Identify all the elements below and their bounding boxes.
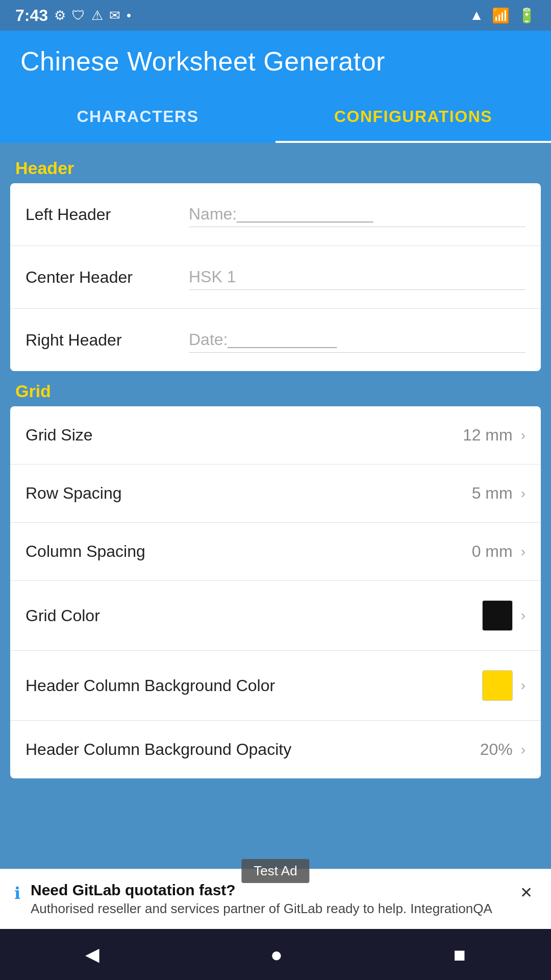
header-bg-opacity-right: 20% › — [480, 740, 525, 759]
header-bg-color-swatch — [482, 670, 513, 701]
shield-icon: 🛡 — [72, 8, 85, 23]
grid-size-row[interactable]: Grid Size 12 mm › — [10, 406, 541, 464]
home-button[interactable]: ● — [250, 938, 303, 971]
row-spacing-chevron: › — [521, 485, 525, 502]
left-header-input[interactable] — [189, 202, 525, 227]
back-button[interactable]: ◀ — [65, 939, 120, 970]
ad-banner: Test Ad ℹ Need GitLab quotation fast? Au… — [0, 869, 551, 929]
center-header-row: Center Header — [10, 246, 541, 309]
app-header: Chinese Worksheet Generator — [0, 31, 551, 92]
grid-card: Grid Size 12 mm › Row Spacing 5 mm › Col… — [10, 406, 541, 778]
header-section-label: Header — [10, 158, 541, 183]
column-spacing-value: 0 mm — [472, 542, 513, 561]
row-spacing-value: 5 mm — [472, 484, 513, 503]
info-icon: ℹ — [14, 884, 20, 903]
status-bar: 7:43 ⚙ 🛡 ⚠ ✉ • ▲ 📶 🔋 — [0, 0, 551, 31]
header-section: Header Left Header Center Header Right H… — [10, 158, 541, 371]
ad-badge: Test Ad — [241, 859, 309, 883]
row-spacing-right: 5 mm › — [472, 484, 525, 503]
column-spacing-chevron: › — [521, 544, 525, 560]
tab-characters[interactable]: CHARACTERS — [0, 92, 276, 143]
wifi-icon: ▲ — [469, 7, 484, 23]
signal-icon: 📶 — [492, 7, 510, 24]
battery-icon: 🔋 — [518, 7, 536, 24]
mail-icon: ✉ — [109, 8, 120, 23]
column-spacing-right: 0 mm › — [472, 542, 525, 561]
grid-color-swatch — [482, 600, 513, 631]
warning-icon: ⚠ — [91, 8, 103, 23]
grid-color-row[interactable]: Grid Color › — [10, 581, 541, 651]
grid-color-chevron: › — [521, 607, 525, 624]
left-header-row: Left Header — [10, 183, 541, 246]
column-spacing-label: Column Spacing — [26, 542, 145, 561]
ad-close-button[interactable]: ✕ — [516, 881, 537, 903]
grid-color-right: › — [482, 600, 525, 631]
grid-color-label: Grid Color — [26, 606, 100, 625]
status-left: 7:43 ⚙ 🛡 ⚠ ✉ • — [15, 6, 131, 25]
main-content: Header Left Header Center Header Right H… — [0, 143, 551, 869]
right-header-row: Right Header — [10, 309, 541, 371]
tab-bar: CHARACTERS CONFIGURATIONS — [0, 92, 551, 143]
header-card: Left Header Center Header Right Header — [10, 183, 541, 371]
grid-size-chevron: › — [521, 427, 525, 444]
tab-configurations[interactable]: CONFIGURATIONS — [276, 92, 551, 143]
grid-size-right: 12 mm › — [463, 426, 525, 445]
status-right: ▲ 📶 🔋 — [469, 7, 536, 24]
left-header-label: Left Header — [26, 205, 189, 224]
header-bg-color-label: Header Column Background Color — [26, 676, 275, 695]
status-time: 7:43 — [15, 6, 48, 25]
grid-section-label: Grid — [10, 381, 541, 406]
recents-button[interactable]: ■ — [433, 938, 486, 971]
column-spacing-row[interactable]: Column Spacing 0 mm › — [10, 523, 541, 581]
row-spacing-row[interactable]: Row Spacing 5 mm › — [10, 464, 541, 523]
grid-size-label: Grid Size — [26, 426, 93, 445]
dot-icon: • — [127, 8, 131, 23]
header-bg-opacity-row[interactable]: Header Column Background Opacity 20% › — [10, 721, 541, 778]
app-title: Chinese Worksheet Generator — [20, 46, 531, 77]
header-bg-opacity-value: 20% — [480, 740, 513, 759]
right-header-input[interactable] — [189, 327, 525, 353]
right-header-label: Right Header — [26, 331, 189, 350]
header-bg-color-chevron: › — [521, 677, 525, 694]
row-spacing-label: Row Spacing — [26, 484, 122, 503]
ad-text-block: Need GitLab quotation fast? Authorised r… — [31, 881, 506, 917]
ad-title: Need GitLab quotation fast? — [31, 881, 506, 899]
nav-bar: ◀ ● ■ — [0, 929, 551, 980]
header-bg-opacity-chevron: › — [521, 742, 525, 758]
ad-subtitle: Authorised reseller and services partner… — [31, 901, 506, 917]
header-bg-color-right: › — [482, 670, 525, 701]
center-header-label: Center Header — [26, 268, 189, 287]
gear-icon: ⚙ — [54, 8, 66, 23]
header-bg-color-row[interactable]: Header Column Background Color › — [10, 651, 541, 721]
grid-section: Grid Grid Size 12 mm › Row Spacing 5 mm … — [10, 381, 541, 778]
grid-size-value: 12 mm — [463, 426, 513, 445]
center-header-input[interactable] — [189, 264, 525, 290]
header-bg-opacity-label: Header Column Background Opacity — [26, 740, 291, 759]
